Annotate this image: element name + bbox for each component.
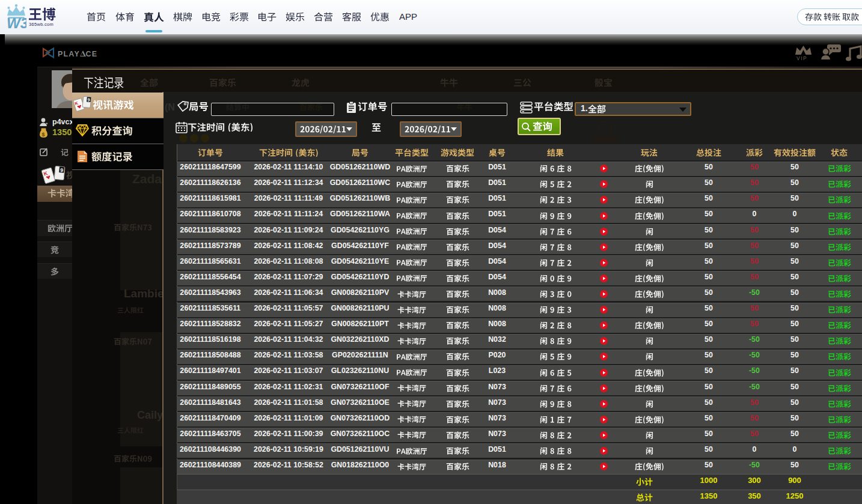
svg-text:$: $: [42, 132, 45, 138]
svg-text:W3: W3: [7, 15, 26, 31]
svg-text:VIP: VIP: [796, 55, 807, 61]
svg-text:*: *: [46, 121, 48, 127]
